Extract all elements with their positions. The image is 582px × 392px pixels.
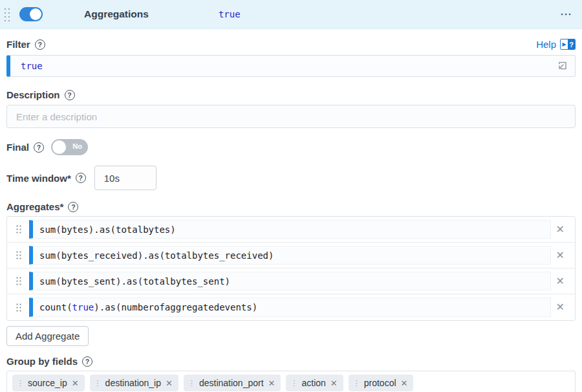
aggregate-row: sum(bytes_sent).as(totalbytes_sent) ✕: [7, 268, 575, 294]
filter-expression-input[interactable]: true: [6, 55, 576, 77]
filter-help-icon[interactable]: ?: [35, 39, 45, 50]
expression-text: sum(bytes).as(totalbytes): [39, 224, 176, 235]
section-title: Aggregations: [84, 8, 149, 20]
group-by-fields-input[interactable]: ⋮ source_ip ✕ ⋮ destination_ip ✕ ⋮ desti…: [6, 371, 576, 392]
remove-aggregate-button[interactable]: ✕: [551, 302, 570, 312]
remove-aggregate-button[interactable]: ✕: [551, 224, 570, 235]
description-label: Description: [6, 89, 60, 100]
drag-handle-icon[interactable]: ⋮: [353, 380, 360, 387]
drag-handle-icon[interactable]: ⋮: [94, 380, 101, 387]
group-by-tag[interactable]: ⋮ protocol ✕: [349, 375, 414, 391]
aggregate-expression-input[interactable]: sum(bytes_received).as(totalbytes_receiv…: [29, 246, 551, 265]
aggregates-label: Aggregates*: [6, 201, 63, 212]
tag-label: destination_ip: [105, 378, 161, 388]
aggregate-row: sum(bytes_received).as(totalbytes_receiv…: [7, 243, 575, 268]
group-by-tag[interactable]: ⋮ action ✕: [286, 375, 343, 391]
expression-text: sum(bytes_sent).as(totalbytes_sent): [39, 276, 230, 287]
expression-text: ).as(numberofaggregatedevents): [94, 302, 257, 312]
drag-handle-icon[interactable]: ⋮: [188, 380, 195, 387]
drag-handle-icon[interactable]: [15, 250, 23, 261]
enabled-toggle[interactable]: [19, 7, 43, 21]
drag-handle-icon[interactable]: [15, 302, 23, 313]
filter-label: Filter: [6, 39, 30, 50]
remove-tag-icon[interactable]: ✕: [72, 379, 79, 387]
time-window-help-icon[interactable]: ?: [76, 173, 86, 183]
drag-handle-icon[interactable]: [3, 6, 10, 22]
group-by-tag[interactable]: ⋮ destination_ip ✕: [90, 375, 178, 391]
group-by-tag[interactable]: ⋮ destination_port ✕: [184, 375, 281, 391]
question-icon: ?: [568, 39, 575, 49]
aggregations-header-bar: Aggregations true ⋯: [0, 0, 582, 29]
aggregate-expression-input[interactable]: sum(bytes_sent).as(totalbytes_sent): [29, 272, 551, 290]
description-help-icon[interactable]: ?: [65, 90, 75, 100]
tag-label: action: [301, 378, 325, 388]
drag-handle-icon[interactable]: [15, 224, 23, 235]
description-input[interactable]: [6, 105, 576, 128]
expression-text: sum(bytes_received).as(totalbytes_receiv…: [39, 250, 274, 261]
final-toggle[interactable]: No: [51, 139, 88, 155]
tag-label: destination_port: [199, 378, 264, 388]
group-by-help-icon[interactable]: ?: [82, 356, 92, 367]
drag-handle-icon[interactable]: [15, 276, 23, 287]
remove-tag-icon[interactable]: ✕: [268, 379, 275, 387]
toggle-state-label: No: [72, 142, 82, 150]
expand-icon: [555, 60, 568, 72]
help-link[interactable]: Help: [536, 39, 556, 50]
final-label: Final: [6, 142, 29, 153]
aggregates-help-icon[interactable]: ?: [68, 202, 78, 212]
remove-tag-icon[interactable]: ✕: [166, 379, 173, 387]
remove-aggregate-button[interactable]: ✕: [551, 250, 570, 261]
aggregate-row: sum(bytes).as(totalbytes) ✕: [7, 217, 575, 243]
aggregate-expression-input[interactable]: sum(bytes).as(totalbytes): [29, 220, 551, 239]
tag-label: source_ip: [28, 378, 67, 388]
time-window-label: Time window*: [6, 173, 71, 184]
help-video-icon[interactable]: ▶ ?: [560, 39, 576, 50]
filter-expression-value: true: [21, 61, 43, 71]
overflow-menu-button[interactable]: ⋯: [560, 8, 573, 20]
aggregates-list: sum(bytes).as(totalbytes) ✕ sum(bytes_re…: [6, 216, 576, 321]
group-by-tag[interactable]: ⋮ source_ip ✕: [12, 375, 85, 391]
group-by-label: Group by fields: [6, 356, 78, 367]
tag-label: protocol: [364, 378, 396, 388]
toggle-knob: [52, 140, 66, 154]
remove-aggregate-button[interactable]: ✕: [551, 276, 570, 287]
aggregate-row: count(true).as(numberofaggregatedevents)…: [7, 294, 575, 320]
play-icon: ▶: [561, 39, 568, 49]
aggregate-expression-input[interactable]: count(true).as(numberofaggregatedevents): [29, 298, 551, 317]
toggle-knob: [30, 8, 41, 20]
remove-tag-icon[interactable]: ✕: [401, 379, 408, 387]
drag-handle-icon[interactable]: ⋮: [17, 380, 23, 387]
drag-handle-icon[interactable]: ⋮: [290, 380, 297, 387]
add-aggregate-button[interactable]: Add Aggregate: [6, 326, 89, 346]
expand-editor-button[interactable]: [555, 60, 568, 72]
filter-preview-text: true: [219, 9, 241, 19]
time-window-input[interactable]: [94, 166, 156, 190]
remove-tag-icon[interactable]: ✕: [330, 379, 338, 387]
expression-text: count(: [39, 302, 72, 312]
final-help-icon[interactable]: ?: [34, 142, 44, 153]
expression-literal: true: [72, 302, 94, 312]
